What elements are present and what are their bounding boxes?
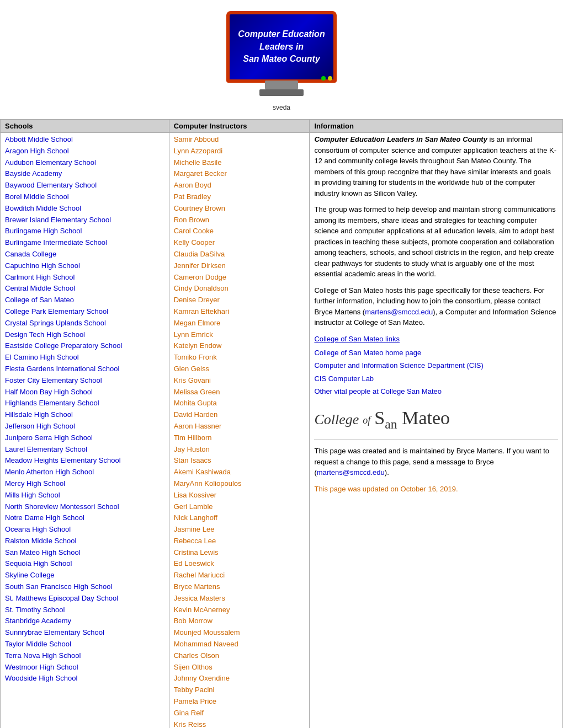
instructor-link[interactable]: Charles Olson — [174, 650, 305, 662]
bryce-email-link[interactable]: martens@smccd.edu — [365, 308, 433, 316]
instructor-link[interactable]: Michelle Basile — [174, 157, 305, 169]
school-link[interactable]: Eastside College Preparatory School — [5, 340, 164, 352]
instructor-link[interactable]: Cameron Dodge — [174, 272, 305, 283]
instructor-link[interactable]: Melissa Green — [174, 387, 305, 398]
instructor-link[interactable]: Johnny Oxendine — [174, 673, 305, 684]
csm-link-2[interactable]: Computer and Information Science Departm… — [314, 359, 558, 372]
school-link[interactable]: Notre Dame High School — [5, 512, 164, 524]
school-link[interactable]: Junipero Serra High School — [5, 432, 164, 444]
instructor-link[interactable]: Denise Dreyer — [174, 295, 305, 306]
school-link[interactable]: Meadow Heights Elementary School — [5, 455, 164, 467]
school-link[interactable]: Crystal Springs Uplands School — [5, 318, 164, 329]
instructor-link[interactable]: Aaron Hassner — [174, 421, 305, 432]
instructor-link[interactable]: Claudia DaSilva — [174, 249, 305, 260]
instructor-link[interactable]: Kelly Cooper — [174, 237, 305, 249]
instructor-link[interactable]: Carol Cooke — [174, 226, 305, 237]
school-link[interactable]: St. Timothy School — [5, 604, 164, 616]
instructor-link[interactable]: Pat Bradley — [174, 191, 305, 203]
instructor-link[interactable]: Nick Langhoff — [174, 512, 305, 524]
school-link[interactable]: Central Middle School — [5, 283, 164, 295]
school-link[interactable]: Design Tech High School — [5, 329, 164, 341]
school-link[interactable]: Highlands Elementary School — [5, 398, 164, 409]
instructor-link[interactable]: David Harden — [174, 409, 305, 421]
instructor-link[interactable]: Rebecca Lee — [174, 536, 305, 547]
school-link[interactable]: Carlmont High School — [5, 272, 164, 283]
school-link[interactable]: Half Moon Bay High School — [5, 387, 164, 398]
school-link[interactable]: Capuchino High School — [5, 260, 164, 272]
school-link[interactable]: St. Matthews Episcopal Day School — [5, 593, 164, 604]
school-link[interactable]: Skyline College — [5, 570, 164, 581]
instructor-link[interactable]: Kris Govani — [174, 375, 305, 387]
school-link[interactable]: Jefferson High School — [5, 421, 164, 432]
school-link[interactable]: Hillsdale High School — [5, 409, 164, 421]
instructor-link[interactable]: Jay Huston — [174, 444, 305, 456]
instructor-link[interactable]: Kris Reiss — [174, 719, 305, 728]
csm-link-4[interactable]: Other vital people at College San Mateo — [314, 385, 558, 398]
instructor-link[interactable]: Katelyn Endow — [174, 340, 305, 352]
school-link[interactable]: North Shoreview Montessori School — [5, 501, 164, 513]
instructor-link[interactable]: Jessica Masters — [174, 593, 305, 604]
school-link[interactable]: Terra Nova High School — [5, 650, 164, 662]
instructor-link[interactable]: Jennifer Dirksen — [174, 260, 305, 272]
school-link[interactable]: Bowditch Middle School — [5, 203, 164, 215]
instructor-link[interactable]: Akemi Kashiwada — [174, 467, 305, 478]
instructor-link[interactable]: Tebby Pacini — [174, 684, 305, 696]
instructor-link[interactable]: Glen Geiss — [174, 363, 305, 375]
school-link[interactable]: South San Francisco High School — [5, 581, 164, 593]
school-link[interactable]: Foster City Elementary School — [5, 375, 164, 387]
links-title[interactable]: College of San Mateo links — [314, 334, 558, 345]
school-link[interactable]: Westmoor High School — [5, 662, 164, 673]
school-link[interactable]: Oceana High School — [5, 524, 164, 536]
instructor-link[interactable]: Geri Lamble — [174, 501, 305, 513]
instructor-link[interactable]: MaryAnn Koliopoulos — [174, 478, 305, 490]
instructor-link[interactable]: Mohita Gupta — [174, 398, 305, 409]
school-link[interactable]: Abbott Middle School — [5, 134, 164, 146]
instructor-link[interactable]: Megan Elmore — [174, 318, 305, 329]
instructor-link[interactable]: Tim Hillborn — [174, 432, 305, 444]
school-link[interactable]: Brewer Island Elementary School — [5, 215, 164, 226]
school-link[interactable]: Sunnrybrae Elementary School — [5, 627, 164, 639]
school-link[interactable]: Stanbridge Academy — [5, 615, 164, 627]
instructor-link[interactable]: Bryce Martens — [174, 581, 305, 593]
instructor-link[interactable]: Lynn Azzopardi — [174, 146, 305, 157]
instructor-link[interactable]: Kevin McAnerney — [174, 604, 305, 616]
instructor-link[interactable]: Samir Abboud — [174, 134, 305, 146]
instructor-link[interactable]: Jasmine Lee — [174, 524, 305, 536]
school-link[interactable]: Borel Middle School — [5, 191, 164, 203]
school-link[interactable]: Mills High School — [5, 490, 164, 501]
instructor-link[interactable]: Kamran Eftekhari — [174, 306, 305, 318]
instructor-link[interactable]: Mohammad Naveed — [174, 639, 305, 650]
instructor-link[interactable]: Cristina Lewis — [174, 547, 305, 559]
school-link[interactable]: San Mateo High School — [5, 547, 164, 559]
instructor-link[interactable]: Margaret Becker — [174, 168, 305, 180]
instructor-link[interactable]: Cindy Donaldson — [174, 283, 305, 295]
school-link[interactable]: Woodside High School — [5, 673, 164, 684]
footer-email-link[interactable]: martens@smccd.edu — [317, 468, 385, 477]
school-link[interactable]: Taylor Middle School — [5, 639, 164, 650]
school-link[interactable]: Menlo Atherton High School — [5, 467, 164, 478]
school-link[interactable]: Aragon High School — [5, 146, 164, 157]
instructor-link[interactable]: Gina Reif — [174, 708, 305, 719]
instructor-link[interactable]: Rachel Mariucci — [174, 570, 305, 581]
instructor-link[interactable]: Ed Loeswick — [174, 558, 305, 570]
school-link[interactable]: Baywood Elementary School — [5, 180, 164, 191]
csm-link-3[interactable]: CIS Computer Lab — [314, 372, 558, 385]
school-link[interactable]: Burlingame Intermediate School — [5, 237, 164, 249]
school-link[interactable]: College Park Elementary School — [5, 306, 164, 318]
school-link[interactable]: Fiesta Gardens International School — [5, 363, 164, 375]
csm-link-1[interactable]: College of San Mateo home page — [314, 346, 558, 359]
instructor-link[interactable]: Tomiko Fronk — [174, 352, 305, 363]
school-link[interactable]: Audubon Elementary School — [5, 157, 164, 169]
school-link[interactable]: Burlingame High School — [5, 226, 164, 237]
school-link[interactable]: El Camino High School — [5, 352, 164, 363]
school-link[interactable]: Ralston Middle School — [5, 536, 164, 547]
school-link[interactable]: College of San Mateo — [5, 295, 164, 306]
instructor-link[interactable]: Lynn Emrick — [174, 329, 305, 341]
school-link[interactable]: Sequoia High School — [5, 558, 164, 570]
school-link[interactable]: Bayside Academy — [5, 168, 164, 180]
instructor-link[interactable]: Pamela Price — [174, 696, 305, 708]
school-link[interactable]: Canada College — [5, 249, 164, 260]
instructor-link[interactable]: Bob Morrow — [174, 615, 305, 627]
instructor-link[interactable]: Lisa Kossiver — [174, 490, 305, 501]
instructor-link[interactable]: Mounjed Moussalem — [174, 627, 305, 639]
